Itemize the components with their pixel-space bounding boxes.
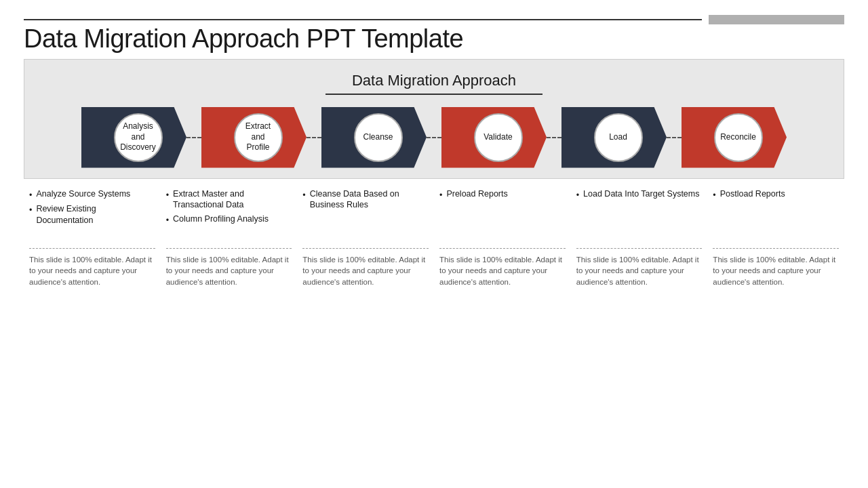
col-desc-1: This slide is 100% editable. Adapt it to… — [166, 254, 292, 288]
bullet-text: Preload Reports — [446, 188, 507, 201]
col-divider — [439, 248, 566, 249]
column-1: •Extract Master and Transactional Data•C… — [161, 188, 298, 288]
dashed-connector — [667, 137, 682, 138]
col-divider — [166, 248, 292, 249]
dashed-connector — [186, 137, 201, 138]
bullet-item: •Cleanse Data Based on Business Rules — [302, 188, 429, 211]
arrow-shape-load: Load — [561, 107, 667, 168]
column-bullets-4: •Load Data Into Target Systems — [576, 188, 703, 243]
arrow-shape-extract: Extract and Profile — [201, 107, 307, 168]
col-desc-4: This slide is 100% editable. Adapt it to… — [576, 254, 703, 288]
title-section: Data Migration Approach PPT Template — [24, 15, 844, 54]
arrow-circle-cleanse: Cleanse — [354, 113, 403, 162]
title-line-right — [709, 15, 844, 24]
arrow-group-analysis: Analysis and Discovery — [81, 107, 186, 168]
bullet-dot: • — [166, 190, 169, 211]
arrow-shape-reconcile: Reconcile — [682, 107, 787, 168]
column-bullets-3: •Preload Reports — [439, 188, 566, 243]
bullet-item: •Preload Reports — [439, 188, 566, 201]
col-desc-2: This slide is 100% editable. Adapt it to… — [302, 254, 429, 288]
bullet-text: Column Profiling Analysis — [173, 214, 269, 226]
arrow-group-validate: Validate — [441, 107, 547, 168]
bullet-dot: • — [302, 190, 305, 211]
dashed-connector — [307, 137, 321, 138]
arrow-circle-extract: Extract and Profile — [234, 113, 283, 162]
column-3: •Preload ReportsThis slide is 100% edita… — [434, 188, 571, 288]
page-title: Data Migration Approach PPT Template — [24, 24, 844, 54]
col-desc-3: This slide is 100% editable. Adapt it to… — [439, 254, 566, 288]
arrow-circle-load: Load — [594, 113, 643, 162]
arrow-group-cleanse: Cleanse — [321, 107, 427, 168]
arrow-group-load: Load — [561, 107, 667, 168]
diagram-title: Data Migration Approach — [38, 72, 830, 89]
column-4: •Load Data Into Target SystemsThis slide… — [571, 188, 708, 288]
arrow-shape-validate: Validate — [441, 107, 547, 168]
col-desc-0: This slide is 100% editable. Adapt it to… — [29, 254, 155, 288]
bottom-columns: •Analyze Source Systems•Review Existing … — [24, 188, 844, 288]
col-divider — [713, 248, 839, 249]
bullet-item: •Analyze Source Systems — [29, 188, 155, 201]
arrow-circle-validate: Validate — [474, 113, 523, 162]
bullet-dot: • — [29, 190, 32, 201]
column-bullets-5: •Postload Reports — [713, 188, 839, 243]
column-2: •Cleanse Data Based on Business RulesThi… — [297, 188, 434, 288]
bullet-text: Postload Reports — [720, 188, 785, 201]
bullet-item: •Postload Reports — [713, 188, 839, 201]
arrow-circle-analysis: Analysis and Discovery — [114, 113, 163, 162]
bullet-text: Extract Master and Transactional Data — [173, 188, 292, 211]
column-5: •Postload ReportsThis slide is 100% edit… — [707, 188, 844, 288]
bullet-text: Review Existing Documentation — [36, 203, 155, 226]
diagram-box: Data Migration Approach Analysis and Dis… — [24, 59, 844, 179]
dashed-connector — [427, 137, 441, 138]
arrow-group-reconcile: Reconcile — [682, 107, 787, 168]
arrows-row: Analysis and DiscoveryExtract and Profil… — [38, 107, 830, 168]
bullet-item: •Extract Master and Transactional Data — [166, 188, 292, 211]
bullet-text: Cleanse Data Based on Business Rules — [310, 188, 429, 211]
arrow-shape-cleanse: Cleanse — [321, 107, 427, 168]
arrow-shape-analysis: Analysis and Discovery — [81, 107, 186, 168]
col-desc-5: This slide is 100% editable. Adapt it to… — [713, 254, 839, 288]
arrow-circle-reconcile: Reconcile — [714, 113, 763, 162]
col-divider — [302, 248, 429, 249]
bullet-item: •Column Profiling Analysis — [166, 214, 292, 226]
bullet-text: Analyze Source Systems — [36, 188, 130, 201]
bullet-dot: • — [576, 190, 579, 201]
page-container: Data Migration Approach PPT Template Dat… — [0, 0, 868, 488]
col-divider — [576, 248, 703, 249]
col-divider — [29, 248, 155, 249]
dashed-connector — [547, 137, 561, 138]
arrow-group-extract: Extract and Profile — [201, 107, 307, 168]
bullet-dot: • — [439, 190, 442, 201]
column-bullets-0: •Analyze Source Systems•Review Existing … — [29, 188, 155, 243]
title-line-left — [24, 19, 702, 20]
column-bullets-1: •Extract Master and Transactional Data•C… — [166, 188, 292, 243]
bullet-item: •Review Existing Documentation — [29, 203, 155, 226]
bullet-item: •Load Data Into Target Systems — [576, 188, 703, 201]
column-0: •Analyze Source Systems•Review Existing … — [24, 188, 161, 288]
bullet-dot: • — [166, 215, 169, 226]
bullet-dot: • — [29, 205, 32, 226]
diagram-underline — [326, 94, 542, 95]
bullet-text: Load Data Into Target Systems — [583, 188, 699, 201]
bullet-dot: • — [713, 190, 715, 201]
column-bullets-2: •Cleanse Data Based on Business Rules — [302, 188, 429, 243]
